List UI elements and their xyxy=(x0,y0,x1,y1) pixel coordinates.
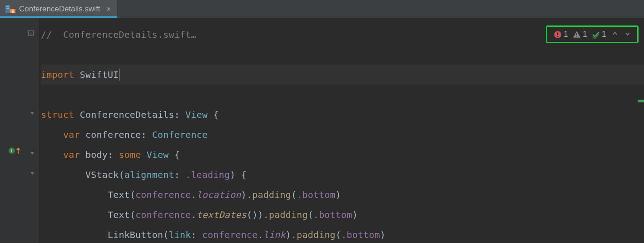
protocol-token: View xyxy=(147,149,169,160)
typo-check-icon xyxy=(592,30,600,39)
collapse-fold-icon[interactable] xyxy=(29,151,35,157)
active-tab-indicator xyxy=(0,16,117,18)
type-token: Conference xyxy=(152,129,208,140)
punct-token: ) xyxy=(286,229,291,240)
svg-text:I: I xyxy=(11,148,13,153)
module-token: SwiftUI xyxy=(80,69,119,80)
punct-token: ( xyxy=(308,209,313,220)
svg-rect-10 xyxy=(576,33,577,35)
punct-token: ( xyxy=(163,229,168,240)
punct-token: . xyxy=(191,209,197,220)
punct-token: ( xyxy=(130,209,135,220)
error-indicator[interactable]: 1 xyxy=(554,30,568,39)
arg-label-token: alignment xyxy=(124,169,174,180)
typo-count: 1 xyxy=(602,30,606,39)
code-line[interactable]: Text(conference.textDates()).padding(.bo… xyxy=(41,205,644,225)
comment-token: // xyxy=(41,29,52,40)
punct-token: ( xyxy=(130,189,135,200)
punct-token: { xyxy=(169,149,180,160)
protocol-token: View xyxy=(185,109,208,120)
editor-pane: I + // ConferenceDetails.swift… import S… xyxy=(0,18,644,243)
enum-token: .bottom xyxy=(313,209,352,220)
editor-tab[interactable]: S ConferenceDetails.swift × xyxy=(0,0,117,18)
svg-rect-4 xyxy=(6,8,9,9)
method-token: .padding xyxy=(247,189,291,200)
type-token: Text xyxy=(108,209,130,220)
editor-tab-bar: S ConferenceDetails.swift × xyxy=(0,0,644,18)
type-token: ConferenceDetails xyxy=(80,109,174,120)
keyword-token: some xyxy=(119,149,141,160)
punct-token: ()) xyxy=(247,209,263,220)
editor-tab-label: ConferenceDetails.swift xyxy=(19,5,100,14)
text-caret xyxy=(119,69,119,81)
svg-rect-9 xyxy=(557,35,558,36)
svg-rect-8 xyxy=(557,32,558,35)
code-line-current[interactable]: import SwiftUI xyxy=(41,65,644,85)
warning-indicator[interactable]: 1 xyxy=(573,30,587,39)
code-line-blank[interactable] xyxy=(41,45,644,65)
enum-token: .bottom xyxy=(297,189,336,200)
keyword-token: var xyxy=(63,129,80,140)
code-line[interactable]: var conference: Conference xyxy=(41,125,644,145)
enum-token: .leading xyxy=(185,169,230,180)
enum-token: .bottom xyxy=(341,229,380,240)
ident-token: conference xyxy=(135,209,191,220)
override-gutter-icon[interactable]: I xyxy=(8,147,20,154)
property-token: location xyxy=(197,189,241,200)
code-line-blank[interactable] xyxy=(41,85,644,105)
punct-token: . xyxy=(191,189,197,200)
code-area[interactable]: // ConferenceDetails.swift… import Swift… xyxy=(39,18,644,243)
type-token: LinkButton xyxy=(108,229,163,240)
punct-token: : xyxy=(174,109,180,120)
ident-token: conference xyxy=(135,189,191,200)
collapse-fold-icon[interactable] xyxy=(29,171,35,177)
diff-marker xyxy=(638,100,644,102)
svg-rect-3 xyxy=(6,6,9,7)
keyword-token: var xyxy=(63,149,80,160)
expand-fold-icon[interactable]: + xyxy=(28,30,34,36)
method-token: .padding xyxy=(263,209,308,220)
punct-token: : xyxy=(108,149,113,160)
swift-file-icon: S xyxy=(5,5,15,13)
code-line[interactable]: var body: some View { xyxy=(41,145,644,165)
error-icon xyxy=(554,30,562,39)
type-token: VStack xyxy=(85,169,119,180)
warning-icon xyxy=(573,30,581,39)
svg-rect-11 xyxy=(576,36,577,37)
type-token: Text xyxy=(108,189,130,200)
punct-token: ) xyxy=(380,229,386,240)
typo-indicator[interactable]: 1 xyxy=(592,30,606,39)
arg-label-token: link xyxy=(169,229,191,240)
error-count: 1 xyxy=(564,30,568,39)
ident-token: conference xyxy=(202,229,258,240)
punct-token: . xyxy=(258,229,263,240)
punct-token: : xyxy=(191,229,197,240)
prev-highlight-icon[interactable] xyxy=(611,30,619,39)
keyword-token: struct xyxy=(41,109,74,120)
code-line[interactable]: VStack(alignment: .leading) { xyxy=(41,165,644,185)
punct-token: ( xyxy=(291,189,297,200)
punct-token: ) xyxy=(352,209,358,220)
close-tab-icon[interactable]: × xyxy=(107,5,111,13)
keyword-token: import xyxy=(41,69,74,80)
code-line[interactable]: Text(conference.location).padding(.botto… xyxy=(41,185,644,205)
fold-gutter: + xyxy=(25,18,39,243)
collapse-fold-icon[interactable] xyxy=(29,111,35,117)
code-line[interactable]: struct ConferenceDetails: View { xyxy=(41,105,644,125)
punct-token: : xyxy=(141,129,146,140)
ident-token: body xyxy=(85,149,108,160)
inspections-widget: 1 1 1 xyxy=(546,25,639,43)
next-highlight-icon[interactable] xyxy=(624,30,632,39)
property-token: link xyxy=(263,229,286,240)
svg-text:S: S xyxy=(11,9,14,13)
code-line[interactable]: LinkButton(link: conference.link).paddin… xyxy=(41,225,644,243)
gutter-markers: I xyxy=(0,18,25,243)
punct-token: ( xyxy=(336,229,341,240)
method-token: textDates xyxy=(197,209,247,220)
warning-count: 1 xyxy=(583,30,587,39)
punct-token: ) xyxy=(241,189,247,200)
punct-token: { xyxy=(208,109,218,120)
ident-token: conference xyxy=(85,129,141,140)
method-token: .padding xyxy=(291,229,336,240)
comment-token: ConferenceDetails.swift… xyxy=(52,29,196,40)
